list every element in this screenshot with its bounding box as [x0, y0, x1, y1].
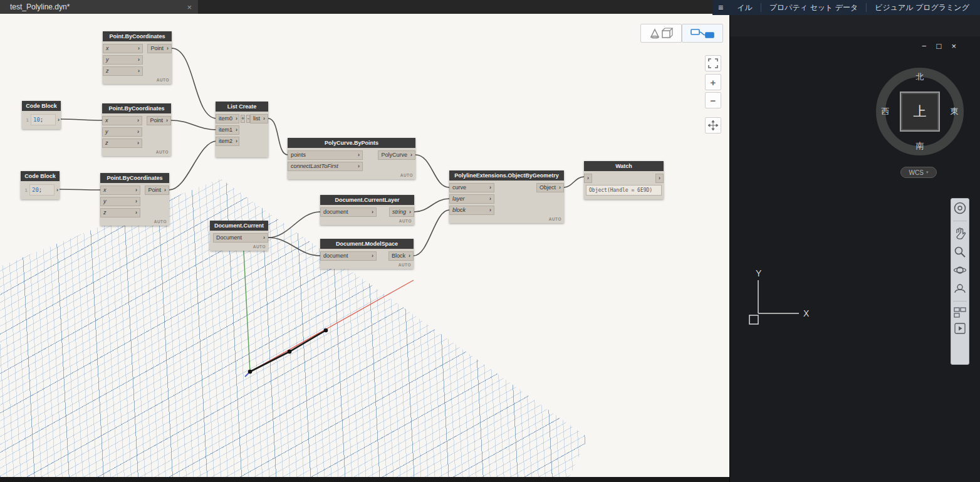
input-port-z[interactable]: z›	[102, 139, 142, 148]
viewcube-west-label[interactable]: 西	[882, 106, 890, 117]
input-port-y[interactable]: y›	[100, 197, 140, 206]
node-point-bycoordinates-1[interactable]: Point.ByCoordinates x› Point› y› z› AUTO	[103, 31, 172, 84]
node-polylineextensions-objectbygeometry[interactable]: PolylineExtensions.ObjectByGeometry curv…	[449, 170, 564, 223]
node-watch[interactable]: Watch › › Object(Handle = 6E9D)	[584, 161, 664, 199]
output-port-point[interactable]: Point›	[147, 116, 171, 125]
input-port-document[interactable]: document›	[320, 251, 377, 261]
output-port-string[interactable]: string›	[389, 207, 414, 217]
input-port-x[interactable]: x›	[100, 186, 140, 195]
viewcube-east-label[interactable]: 東	[951, 106, 959, 117]
node-code-block-2[interactable]: Code Block 1 20; ›	[21, 171, 60, 199]
output-port-block[interactable]: Block›	[388, 251, 414, 261]
input-port-y[interactable]: y›	[103, 55, 143, 65]
input-port-block[interactable]: block›	[449, 206, 494, 215]
output-port-point[interactable]: Point›	[147, 44, 172, 53]
geometry-view-toggle-button[interactable]	[640, 24, 682, 43]
code-editor[interactable]: 10;	[31, 114, 56, 125]
node-point-bycoordinates-2[interactable]: Point.ByCoordinates x› Point› y› z› AUTO	[102, 103, 171, 156]
graph-view-toggle-button[interactable]	[682, 24, 723, 43]
minimize-icon[interactable]: −	[922, 41, 927, 51]
zoom-in-button[interactable]: +	[705, 74, 721, 90]
orbit-icon[interactable]	[953, 263, 967, 277]
tab-close-icon[interactable]: ×	[187, 3, 192, 12]
wire[interactable]	[169, 141, 217, 190]
node-document-currentlayer[interactable]: Document.CurrentLayer document› string› …	[320, 195, 414, 225]
node-document-modelspace[interactable]: Document.ModelSpace document› Block› AUT…	[320, 239, 414, 269]
lacing-label[interactable]: AUTO	[102, 149, 171, 154]
node-header[interactable]: Code Block	[22, 101, 61, 111]
node-point-bycoordinates-3[interactable]: Point.ByCoordinates x› Point› y› z› AUTO	[100, 173, 169, 226]
wire[interactable]	[414, 210, 449, 256]
lacing-label[interactable]: AUTO	[103, 76, 172, 82]
look-around-icon[interactable]	[953, 281, 967, 295]
zoom-magnifier-icon[interactable]	[953, 245, 967, 259]
pan-button[interactable]	[705, 117, 721, 134]
node-header[interactable]: Document.Current	[210, 221, 268, 231]
wire[interactable]	[60, 189, 100, 190]
dynamo-canvas[interactable]: Point.ByCoordinates x› Point› y› z› AUTO…	[0, 14, 729, 482]
input-port-x[interactable]: x›	[103, 44, 143, 53]
viewcube-north-label[interactable]: 北	[916, 71, 924, 83]
lacing-label[interactable]: AUTO	[320, 217, 414, 223]
output-port-document[interactable]: Document›	[213, 233, 268, 243]
input-port-y[interactable]: y›	[102, 127, 142, 137]
input-port-connectlasttofirst[interactable]: connectLastToFirst›	[288, 162, 363, 171]
restore-icon[interactable]: □	[937, 41, 942, 51]
lacing-label[interactable]: AUTO	[210, 243, 268, 249]
wire[interactable]	[414, 199, 449, 212]
viewcube-top-face[interactable]: 上	[900, 92, 940, 132]
node-header[interactable]: Document.ModelSpace	[320, 239, 414, 249]
ribbon-tab-partial[interactable]: イル	[729, 3, 761, 13]
output-port[interactable]: ›	[58, 117, 60, 123]
node-header[interactable]: Watch	[584, 161, 664, 171]
workspace-tab[interactable]: test_Polyline.dyn* ×	[0, 0, 198, 14]
input-port-item1[interactable]: item1›	[216, 125, 239, 135]
code-editor[interactable]: 20;	[29, 184, 55, 196]
output-port[interactable]: ›	[655, 174, 664, 183]
node-polycurve-bypoints[interactable]: PolyCurve.ByPoints points› PolyCurve› co…	[288, 138, 415, 179]
lacing-label[interactable]: AUTO	[449, 216, 564, 221]
zoom-out-button[interactable]: −	[705, 92, 721, 108]
input-port-z[interactable]: z›	[103, 66, 143, 76]
add-item-button[interactable]: +	[241, 115, 245, 123]
output-port-point[interactable]: Point›	[145, 186, 169, 195]
wire[interactable]	[564, 177, 584, 187]
node-header[interactable]: PolyCurve.ByPoints	[288, 138, 415, 148]
input-port[interactable]: ›	[584, 174, 592, 183]
show-motion-grid-icon[interactable]	[954, 307, 966, 318]
pan-hand-icon[interactable]	[954, 227, 966, 241]
input-port-curve[interactable]: curve›	[449, 183, 494, 192]
wire[interactable]	[415, 155, 449, 187]
output-port-polycurve[interactable]: PolyCurve›	[378, 150, 415, 160]
node-code-block-1[interactable]: Code Block 1 10; ›	[22, 101, 61, 129]
node-header[interactable]: PolylineExtensions.ObjectByGeometry	[449, 170, 564, 181]
input-port-item0[interactable]: item0›	[216, 114, 239, 123]
ribbon-tab-property-set-data[interactable]: プロパティ セット データ	[761, 3, 866, 13]
ribbon-tab-visual-programming[interactable]: ビジュアル プログラミング	[867, 3, 977, 13]
node-list-create[interactable]: List Create item0› + - list› item1› item…	[216, 102, 268, 157]
output-port-object[interactable]: Object›	[536, 183, 564, 192]
lacing-label[interactable]: AUTO	[288, 172, 415, 177]
navigation-wheel-icon[interactable]	[953, 201, 967, 215]
wire[interactable]	[172, 48, 217, 118]
output-port[interactable]: ›	[56, 187, 58, 193]
input-port-x[interactable]: x›	[102, 116, 142, 125]
ribbon-menu-icon[interactable]: ≡	[712, 3, 729, 13]
node-header[interactable]: Point.ByCoordinates	[103, 31, 172, 41]
lacing-label[interactable]: AUTO	[100, 218, 169, 224]
node-header[interactable]: Point.ByCoordinates	[102, 103, 171, 113]
wire[interactable]	[61, 119, 102, 120]
node-document-current[interactable]: Document.Current Document› AUTO	[210, 221, 268, 251]
node-header[interactable]: List Create	[216, 102, 268, 112]
node-header[interactable]: Code Block	[21, 171, 60, 181]
output-port-list[interactable]: list›	[250, 114, 268, 123]
input-port-layer[interactable]: layer›	[449, 194, 494, 204]
input-port-z[interactable]: z›	[100, 208, 140, 217]
viewcube-south-label[interactable]: 南	[916, 140, 924, 152]
autocad-viewport[interactable]: − □ × 北 西 東 南 上 WCS ▾ Y X	[729, 0, 980, 482]
node-header[interactable]: Point.ByCoordinates	[100, 173, 169, 183]
input-port-document[interactable]: document›	[320, 207, 377, 217]
node-header[interactable]: Document.CurrentLayer	[320, 195, 414, 205]
wire[interactable]	[268, 118, 288, 155]
input-port-points[interactable]: points›	[288, 150, 363, 160]
